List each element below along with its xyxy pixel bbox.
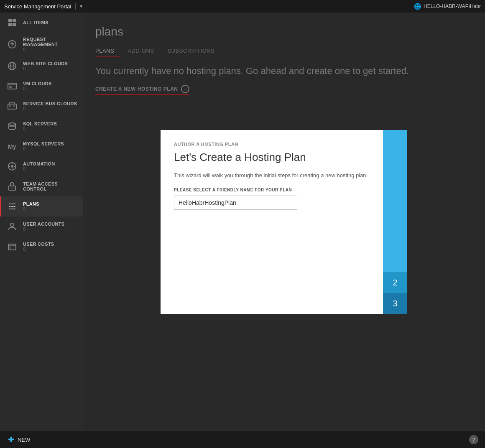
content-area: plans PLANS ADD-ONS SUBSCRIPTIONS You cu… [83, 13, 485, 431]
sidebar-item-service-bus-clouds[interactable]: SERVICE BUS CLOUDS 0 [0, 96, 83, 116]
sidebar-count: 0 [23, 206, 39, 211]
svg-rect-14 [13, 105, 15, 107]
sidebar-item-mysql-servers[interactable]: My MYSQL SERVERS 0 [0, 136, 83, 156]
top-bar-right: 🌐 HELLO-HABR-WAP\Habr [414, 3, 481, 10]
svg-point-25 [12, 188, 13, 189]
modal-subtitle: AUTHOR A HOSTING PLAN [174, 142, 394, 147]
svg-rect-0 [8, 19, 12, 22]
svg-point-15 [9, 123, 15, 125]
sidebar-item-sql-servers[interactable]: SQL SERVERS 0 [0, 116, 83, 136]
bus-icon [6, 100, 18, 112]
sidebar-label: MYSQL SERVERS [23, 141, 64, 146]
svg-point-35 [10, 247, 11, 249]
modal-steps: 2 3 [383, 130, 407, 314]
modal-footer: → [161, 285, 407, 314]
sidebar-count: 0 [23, 227, 64, 232]
mysql-icon: My [6, 140, 18, 152]
web-icon [6, 60, 18, 72]
sidebar-label-group: PLANS 0 [23, 201, 39, 211]
modal-description: This wizard will walk you through the in… [174, 172, 394, 178]
sidebar-item-team-access-control[interactable]: TEAM ACCESS CONTROL [0, 176, 83, 196]
automation-icon [6, 160, 18, 172]
access-icon [6, 181, 18, 192]
sidebar-item-vm-clouds[interactable]: VM CLOUDS 0 [0, 76, 83, 96]
sidebar-label: ALL ITEMS [23, 20, 48, 25]
sidebar-label-group: SQL SERVERS 0 [23, 121, 57, 131]
sidebar-count: 0 [23, 166, 55, 171]
sidebar-label-group: TEAM ACCESS CONTROL [23, 181, 78, 191]
costs-icon [6, 241, 18, 252]
modal-overlay[interactable]: AUTHOR A HOSTING PLAN Let's Create a Hos… [83, 13, 485, 431]
top-bar: Service Management Portal | ▾ 🌐 HELLO-HA… [0, 0, 485, 13]
main-layout: ALL ITEMS REQUEST MANAGEMENT 0 [0, 13, 485, 431]
svg-rect-11 [9, 86, 12, 88]
modal-main: AUTHOR A HOSTING PLAN Let's Create a Hos… [161, 130, 407, 285]
sidebar-label-group: USER ACCOUNTS 0 [23, 221, 64, 232]
new-button[interactable]: ✚ NEW [7, 435, 30, 444]
svg-rect-3 [13, 23, 16, 26]
sidebar-item-web-site-clouds[interactable]: WEB SITE CLOUDS 0 [0, 56, 83, 76]
sidebar-label-group: VM CLOUDS 0 [23, 81, 52, 91]
plan-name-input[interactable] [174, 196, 297, 210]
top-bar-chevron-icon[interactable]: ▾ [80, 3, 82, 9]
plans-icon [6, 201, 18, 212]
sidebar-label-group: USER COSTS 0 [23, 242, 54, 252]
sidebar-label: USER ACCOUNTS [23, 221, 64, 227]
svg-point-19 [11, 165, 13, 168]
sidebar-count: 0 [23, 106, 77, 111]
users-icon [6, 221, 18, 232]
sidebar-count: 0 [23, 66, 68, 71]
sidebar-label: VM CLOUDS [23, 81, 52, 86]
modal-step-2[interactable]: 2 [383, 272, 407, 293]
bottom-bar: ✚ NEW ? [0, 431, 485, 448]
new-label: NEW [18, 437, 30, 443]
svg-rect-33 [8, 244, 16, 250]
modal-step-3[interactable]: 3 [383, 293, 407, 314]
svg-rect-13 [9, 105, 11, 107]
grid-icon [6, 17, 18, 28]
app-title: Service Management Portal [4, 3, 71, 10]
sidebar-item-user-accounts[interactable]: USER ACCOUNTS 0 [0, 216, 83, 237]
top-bar-left: Service Management Portal | ▾ [4, 3, 82, 10]
request-icon [6, 38, 18, 50]
modal-field-label: PLEASE SELECT A FRIENDLY NAME FOR YOUR P… [174, 188, 394, 192]
sidebar-item-request-management[interactable]: REQUEST MANAGEMENT 0 [0, 33, 83, 56]
help-button[interactable]: ? [469, 435, 478, 444]
sidebar-count: 0 [23, 86, 52, 91]
sidebar-item-plans[interactable]: PLANS 0 [0, 196, 83, 216]
user-display: HELLO-HABR-WAP\Habr [424, 3, 481, 9]
svg-text:My: My [8, 143, 16, 150]
sidebar-label: PLANS [23, 201, 39, 206]
sidebar-label-group: MYSQL SERVERS 0 [23, 141, 64, 151]
svg-rect-1 [13, 19, 16, 22]
sidebar-label: WEB SITE CLOUDS [23, 61, 68, 66]
vm-icon [6, 80, 18, 92]
sidebar-item-all-items[interactable]: ALL ITEMS [0, 13, 83, 33]
sidebar: ALL ITEMS REQUEST MANAGEMENT 0 [0, 13, 83, 431]
sidebar-label-group: AUTOMATION 0 [23, 161, 55, 171]
modal-title: Let's Create a Hosting Plan [174, 151, 394, 164]
sidebar-label-group: WEB SITE CLOUDS 0 [23, 61, 68, 71]
svg-rect-2 [8, 23, 12, 26]
sidebar-item-user-costs[interactable]: USER COSTS 0 [0, 237, 83, 257]
sidebar-label: USER COSTS [23, 242, 54, 247]
hosting-plan-modal: AUTHOR A HOSTING PLAN Let's Create a Hos… [161, 130, 407, 314]
plus-icon: ✚ [7, 435, 15, 444]
sidebar-item-automation[interactable]: AUTOMATION 0 [0, 156, 83, 176]
sidebar-label: REQUEST MANAGEMENT [23, 37, 78, 47]
sidebar-count: 0 [23, 146, 64, 151]
sidebar-count: 0 [23, 247, 54, 252]
svg-point-32 [10, 223, 14, 227]
top-bar-divider: | [74, 3, 76, 10]
sidebar-label-group: REQUEST MANAGEMENT 0 [23, 37, 78, 52]
sidebar-count: 0 [23, 126, 57, 131]
sidebar-count: 0 [23, 47, 78, 52]
step-top-bar [383, 130, 407, 272]
sql-icon [6, 120, 18, 132]
sidebar-label: TEAM ACCESS CONTROL [23, 181, 78, 191]
sidebar-label: SERVICE BUS CLOUDS [23, 101, 77, 106]
globe-icon: 🌐 [414, 3, 421, 10]
sidebar-label: AUTOMATION [23, 161, 55, 166]
sidebar-label: SQL SERVERS [23, 121, 57, 126]
sidebar-label-group: ALL ITEMS [23, 20, 48, 25]
